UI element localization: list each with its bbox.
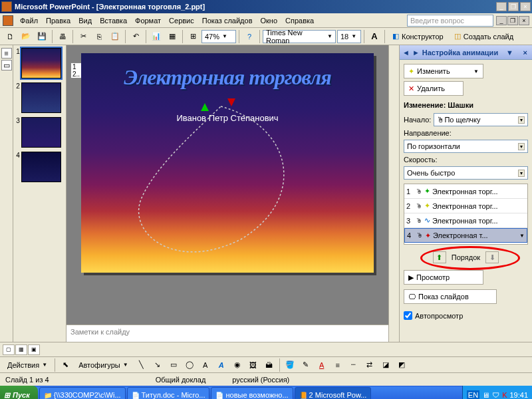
tray-icon-3[interactable]: K [502, 391, 507, 399]
menu-format[interactable]: Формат [131, 15, 165, 26]
start-button[interactable]: ⊞Пуск [0, 386, 38, 399]
preview-button[interactable]: ▶Просмотр [404, 270, 483, 285]
actions-menu[interactable]: Действия▼ [3, 358, 52, 372]
restore-button[interactable]: ❐ [508, 2, 519, 11]
menu-insert[interactable]: Вставка [96, 15, 131, 26]
shadow-icon[interactable]: ◪ [378, 358, 393, 372]
line-icon[interactable]: ╲ [134, 358, 149, 372]
standard-toolbar: 🗋 📂 💾 🖶 ✂ ⎘ 📋 ↶ 📊 ▦ ⊞ 47%▼ ? Times New R… [0, 28, 532, 45]
thumbnail-1[interactable] [21, 48, 61, 78]
zoom-combo[interactable]: 47%▼ [201, 30, 236, 43]
slideshow-view-icon[interactable]: ▣ [28, 344, 40, 355]
clock[interactable]: 19:41 [509, 391, 528, 399]
inner-close[interactable]: × [519, 16, 529, 25]
tray-icon-2[interactable]: 🛡 [492, 391, 499, 399]
system-tray[interactable]: EN 🖥 🛡 K 19:41 [462, 386, 532, 399]
designer-button[interactable]: ◧Конструктор [388, 29, 448, 44]
help-icon[interactable]: ? [242, 29, 257, 44]
slideshow-button[interactable]: 🖵Показ слайдов [404, 289, 497, 304]
menu-window[interactable]: Окно [257, 15, 282, 26]
task-2[interactable]: 📄Титул.doc - Micro... [127, 387, 210, 399]
ask-question-input[interactable]: Введите вопрос [407, 15, 493, 27]
textbox-icon[interactable]: A [198, 358, 213, 372]
anim-item-1[interactable]: 1🖱✦Электронная торг... [404, 184, 527, 199]
3d-icon[interactable]: ◩ [394, 358, 409, 372]
copy-icon[interactable]: ⎘ [92, 29, 106, 44]
wordart-icon[interactable]: A [214, 358, 229, 372]
taskpane-close-icon[interactable]: × [521, 49, 529, 57]
slide-canvas[interactable]: Электронная торговля Иванов Петр Степано… [81, 53, 374, 273]
normal-view-icon[interactable]: ▢ [3, 344, 15, 355]
save-icon[interactable]: 💾 [35, 29, 49, 44]
anim-item-2[interactable]: 2🖱✦Электронная торг... [404, 199, 527, 213]
task-3[interactable]: 📄новые возможно... [211, 387, 293, 399]
sorter-view-icon[interactable]: ▦ [15, 344, 27, 355]
taskpane-dropdown-icon[interactable]: ▼ [504, 49, 515, 57]
paste-icon[interactable]: 📋 [108, 29, 122, 44]
anim-item-3[interactable]: 3🖱∿Электронная торг... [404, 213, 527, 228]
select-tool-icon[interactable]: ⬉ [58, 358, 72, 372]
grid-icon[interactable]: ⊞ [186, 29, 200, 44]
grow-font-icon[interactable]: A [367, 29, 382, 44]
notes-pane[interactable]: Заметки к слайду [66, 325, 388, 342]
print-icon[interactable]: 🖶 [55, 29, 70, 44]
start-select[interactable]: 🖱 По щелчку▾ [434, 113, 528, 126]
slides-tab[interactable]: ▭ [1, 60, 12, 70]
menu-file[interactable]: Файл [16, 15, 42, 26]
task-4[interactable]: 📙2 Microsoft Pow... [295, 387, 372, 399]
inner-restore[interactable]: ❐ [507, 16, 518, 25]
speed-select[interactable]: Очень быстро▾ [404, 166, 528, 180]
autopreview-checkbox[interactable]: Автопросмотр [404, 311, 528, 320]
close-button[interactable]: × [520, 2, 531, 11]
undo-icon[interactable]: ↶ [128, 29, 143, 44]
thumbnail-3[interactable] [21, 117, 61, 148]
fontsize-combo[interactable]: 18▼ [337, 30, 361, 43]
change-effect-button[interactable]: ✦Изменить▼ [404, 64, 483, 78]
clipart-icon[interactable]: 🖼 [246, 358, 261, 372]
vertical-scrollbar[interactable] [388, 45, 399, 342]
arrow-style-icon[interactable]: ⇄ [362, 358, 377, 372]
tray-icon-1[interactable]: 🖥 [482, 391, 489, 399]
new-icon[interactable]: 🗋 [3, 29, 17, 44]
menu-edit[interactable]: Правка [42, 15, 74, 26]
menu-tools[interactable]: Сервис [165, 15, 198, 26]
table-icon[interactable]: ▦ [165, 29, 180, 44]
motion-path[interactable] [121, 100, 321, 253]
arrow-icon[interactable]: ↘ [150, 358, 165, 372]
minimize-button[interactable]: _ [496, 2, 507, 11]
line-weight-icon[interactable]: ≡ [331, 358, 345, 372]
autoshapes-menu[interactable]: Автофигуры▼ [74, 358, 133, 372]
new-slide-button[interactable]: ◫Создать слайд [450, 29, 518, 44]
font-color-icon[interactable]: A [315, 358, 329, 372]
dash-icon[interactable]: ┄ [346, 358, 361, 372]
lang-indicator[interactable]: EN [467, 390, 479, 399]
taskpane-fwd-icon[interactable]: ► [412, 49, 420, 57]
menu-help[interactable]: Справка [281, 15, 318, 26]
direction-select[interactable]: По горизонтали▾ [404, 140, 528, 153]
rect-icon[interactable]: ▭ [166, 358, 181, 372]
picture-icon[interactable]: 🏔 [262, 358, 277, 372]
font-combo[interactable]: Times New Roman▼ [263, 30, 336, 43]
anim-item-4[interactable]: 4🖱✦Электронная т...▼ [404, 228, 527, 243]
oval-icon[interactable]: ◯ [182, 358, 197, 372]
menu-slideshow[interactable]: Показ слайдов [198, 15, 257, 26]
menu-view[interactable]: Вид [74, 15, 96, 26]
thumb-num-1: 1 [15, 48, 21, 78]
chart-icon[interactable]: 📊 [149, 29, 164, 44]
delete-effect-button[interactable]: ✕Удалить [404, 81, 464, 96]
taskpane-back-icon[interactable]: ◄ [402, 49, 410, 57]
open-icon[interactable]: 📂 [19, 29, 33, 44]
thumbnail-2[interactable] [21, 82, 61, 113]
thumbnail-4[interactable] [21, 152, 61, 182]
move-down-button[interactable]: ⬇ [485, 251, 499, 263]
reorder-row: ⬆ Порядок ⬇ [404, 251, 528, 263]
slide-title[interactable]: Электронная торговля [81, 65, 374, 90]
fill-color-icon[interactable]: 🪣 [283, 358, 297, 372]
task-1[interactable]: 📁{\\330COMP2\c\Wi... [39, 387, 126, 399]
diagram-icon[interactable]: ◉ [230, 358, 245, 372]
cut-icon[interactable]: ✂ [76, 29, 90, 44]
outline-tab[interactable]: ≡ [1, 48, 12, 59]
inner-minimize[interactable]: _ [496, 16, 507, 25]
move-up-button[interactable]: ⬆ [433, 251, 446, 263]
line-color-icon[interactable]: ✎ [299, 358, 313, 372]
